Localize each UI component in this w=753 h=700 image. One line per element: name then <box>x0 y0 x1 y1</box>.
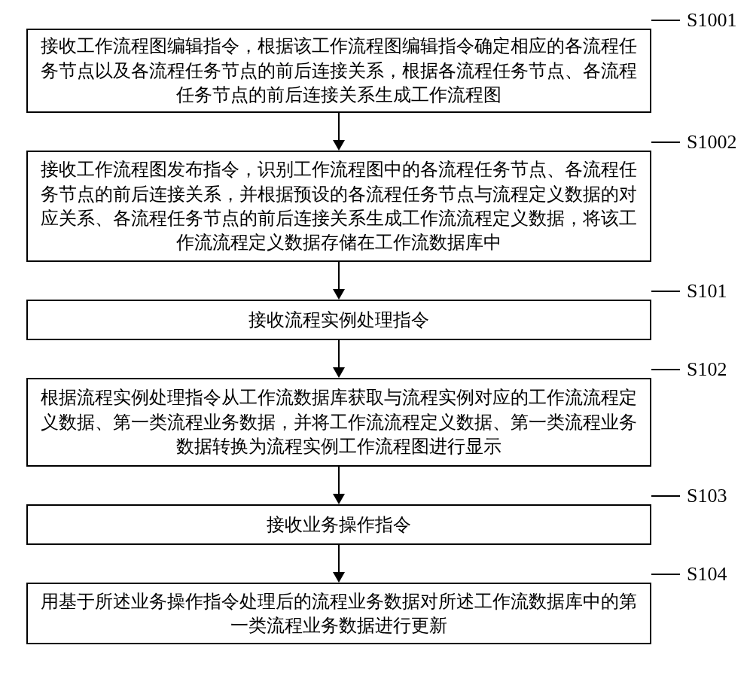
leader-s101 <box>651 291 680 292</box>
leader-s104 <box>651 574 680 575</box>
step-s104-text: 用基于所述业务操作指令处理后的流程业务数据对所述工作流数据库中的第一类流程业务数… <box>35 589 642 638</box>
step-s101-text: 接收流程实例处理指令 <box>248 308 429 332</box>
connector-3 <box>0 340 753 378</box>
leader-s1001 <box>651 20 680 21</box>
step-s101: 接收流程实例处理指令 <box>26 300 651 340</box>
leader-s102 <box>651 369 680 370</box>
step-s104: 用基于所述业务操作指令处理后的流程业务数据对所述工作流数据库中的第一类流程业务数… <box>26 583 651 644</box>
step-s1001: 接收工作流程图编辑指令，根据该工作流程图编辑指令确定相应的各流程任务节点以及各流… <box>26 29 651 113</box>
step-s1001-text: 接收工作流程图编辑指令，根据该工作流程图编辑指令确定相应的各流程任务节点以及各流… <box>35 34 642 107</box>
step-s103: 接收业务操作指令 <box>26 504 651 545</box>
flowchart-canvas: 接收工作流程图编辑指令，根据该工作流程图编辑指令确定相应的各流程任务节点以及各流… <box>0 0 753 700</box>
leader-s1002 <box>651 142 680 143</box>
connector-4 <box>0 467 753 504</box>
label-s104: S104 <box>687 563 727 586</box>
label-s1002: S1002 <box>687 131 736 154</box>
step-s1002: 接收工作流程图发布指令，识别工作流程图中的各流程任务节点、各流程任务节点的前后连… <box>26 151 651 262</box>
connector-5 <box>0 545 753 583</box>
step-s1002-text: 接收工作流程图发布指令，识别工作流程图中的各流程任务节点、各流程任务节点的前后连… <box>35 157 642 255</box>
connector-2 <box>0 262 753 300</box>
label-s102: S102 <box>687 358 727 381</box>
step-s103-text: 接收业务操作指令 <box>267 513 411 537</box>
label-s101: S101 <box>687 280 727 303</box>
label-s1001: S1001 <box>687 9 736 32</box>
leader-s103 <box>651 495 680 497</box>
step-s102: 根据流程实例处理指令从工作流数据库获取与流程实例对应的工作流流程定义数据、第一类… <box>26 378 651 467</box>
connector-1 <box>0 113 753 151</box>
label-s103: S103 <box>687 485 727 507</box>
step-s102-text: 根据流程实例处理指令从工作流数据库获取与流程实例对应的工作流流程定义数据、第一类… <box>35 385 642 458</box>
